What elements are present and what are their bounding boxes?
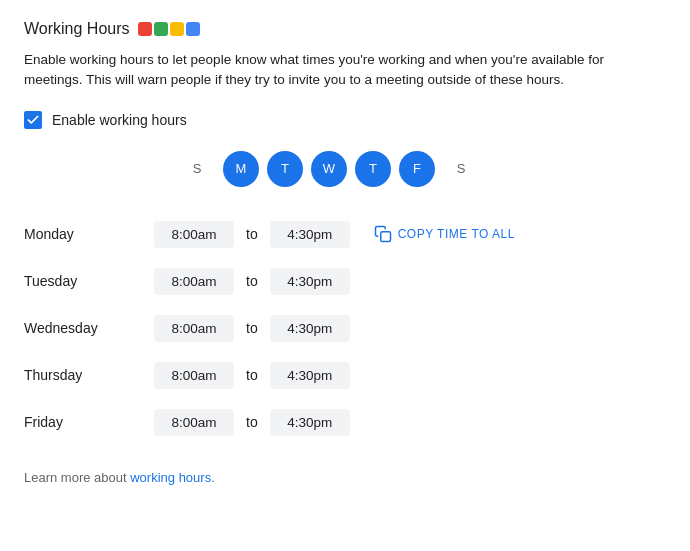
working-hours-link[interactable]: working hours bbox=[130, 470, 211, 485]
logo-dot-green bbox=[154, 22, 168, 36]
time-separator: to bbox=[246, 320, 258, 336]
time-rows-container: Monday8:00amto4:30pm COPY TIME TO ALLTue… bbox=[24, 211, 666, 446]
day-circle-s2[interactable]: S bbox=[443, 151, 479, 187]
time-separator: to bbox=[246, 226, 258, 242]
description-text: Enable working hours to let people know … bbox=[24, 50, 644, 91]
copy-time-label: COPY TIME TO ALL bbox=[398, 227, 515, 241]
time-separator: to bbox=[246, 367, 258, 383]
copy-time-to-all-button[interactable]: COPY TIME TO ALL bbox=[374, 225, 515, 243]
days-selector: SMTWTFS bbox=[24, 151, 666, 187]
title-text: Working Hours bbox=[24, 20, 130, 38]
time-row-tuesday: Tuesday8:00amto4:30pm bbox=[24, 258, 666, 305]
day-label-wednesday: Wednesday bbox=[24, 320, 154, 336]
time-row-wednesday: Wednesday8:00amto4:30pm bbox=[24, 305, 666, 352]
footer-after: . bbox=[211, 470, 215, 485]
day-label-tuesday: Tuesday bbox=[24, 273, 154, 289]
day-circle-f[interactable]: F bbox=[399, 151, 435, 187]
end-time-friday[interactable]: 4:30pm bbox=[270, 409, 350, 436]
day-circle-s1[interactable]: S bbox=[179, 151, 215, 187]
checkmark-icon bbox=[26, 113, 40, 127]
footer-before: Learn more about bbox=[24, 470, 130, 485]
footer-text: Learn more about working hours. bbox=[24, 470, 666, 485]
start-time-friday[interactable]: 8:00am bbox=[154, 409, 234, 436]
time-row-friday: Friday8:00amto4:30pm bbox=[24, 399, 666, 446]
time-row-thursday: Thursday8:00amto4:30pm bbox=[24, 352, 666, 399]
day-label-thursday: Thursday bbox=[24, 367, 154, 383]
enable-label: Enable working hours bbox=[52, 112, 187, 128]
end-time-tuesday[interactable]: 4:30pm bbox=[270, 268, 350, 295]
end-time-monday[interactable]: 4:30pm bbox=[270, 221, 350, 248]
start-time-wednesday[interactable]: 8:00am bbox=[154, 315, 234, 342]
day-circle-m[interactable]: M bbox=[223, 151, 259, 187]
logo-dot-red bbox=[138, 22, 152, 36]
end-time-wednesday[interactable]: 4:30pm bbox=[270, 315, 350, 342]
day-circle-w[interactable]: W bbox=[311, 151, 347, 187]
logo-dot-yellow bbox=[170, 22, 184, 36]
enable-working-hours-row: Enable working hours bbox=[24, 111, 666, 129]
enable-checkbox[interactable] bbox=[24, 111, 42, 129]
start-time-thursday[interactable]: 8:00am bbox=[154, 362, 234, 389]
google-logo bbox=[138, 22, 200, 36]
time-row-monday: Monday8:00amto4:30pm COPY TIME TO ALL bbox=[24, 211, 666, 258]
page-title: Working Hours bbox=[24, 20, 666, 38]
time-separator: to bbox=[246, 414, 258, 430]
copy-icon bbox=[374, 225, 392, 243]
day-circle-t2[interactable]: T bbox=[355, 151, 391, 187]
day-circle-t1[interactable]: T bbox=[267, 151, 303, 187]
start-time-monday[interactable]: 8:00am bbox=[154, 221, 234, 248]
svg-rect-0 bbox=[380, 232, 390, 242]
logo-dot-blue bbox=[186, 22, 200, 36]
start-time-tuesday[interactable]: 8:00am bbox=[154, 268, 234, 295]
end-time-thursday[interactable]: 4:30pm bbox=[270, 362, 350, 389]
day-label-friday: Friday bbox=[24, 414, 154, 430]
day-label-monday: Monday bbox=[24, 226, 154, 242]
time-separator: to bbox=[246, 273, 258, 289]
